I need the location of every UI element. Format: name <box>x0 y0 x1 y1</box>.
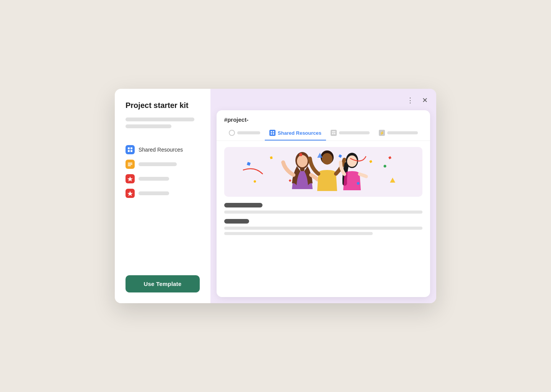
tab-shared-label: Shared Resources <box>278 130 321 136</box>
close-button[interactable]: ✕ <box>419 95 430 106</box>
nav-item-skeleton-2 <box>139 162 177 166</box>
modal-container: Project starter kit Shared Resources <box>115 89 436 303</box>
svg-rect-1 <box>130 147 132 149</box>
svg-rect-2 <box>128 150 130 152</box>
tab-3[interactable] <box>326 126 374 140</box>
nav-items-list: Shared Resources <box>126 145 200 198</box>
svg-rect-19 <box>369 160 372 163</box>
svg-rect-3 <box>130 150 132 152</box>
tab-1-icon <box>229 130 235 136</box>
use-template-button[interactable]: Use Template <box>126 275 200 292</box>
svg-rect-27 <box>388 156 391 159</box>
nav-item-3[interactable] <box>126 174 200 183</box>
svg-rect-12 <box>273 133 274 135</box>
svg-rect-10 <box>273 131 274 133</box>
nav-icon-2 <box>126 160 135 169</box>
more-options-button[interactable]: ⋮ <box>405 95 416 106</box>
tab-3-skeleton <box>339 131 370 134</box>
nav-icon-3 <box>126 174 135 183</box>
tab-3-icon <box>331 130 337 136</box>
svg-rect-15 <box>334 133 336 134</box>
svg-rect-11 <box>271 133 272 135</box>
svg-rect-4 <box>128 163 132 163</box>
svg-rect-0 <box>128 147 130 149</box>
content-skeleton-1-1 <box>224 211 422 214</box>
tab-1[interactable] <box>224 126 265 140</box>
skeleton-line-2 <box>126 124 171 128</box>
close-icon: ✕ <box>422 96 428 105</box>
tab-4-skeleton <box>387 131 418 134</box>
right-panel: ⋮ ✕ #project- <box>210 89 436 303</box>
modal-title: Project starter kit <box>126 101 200 110</box>
shared-resources-label: Shared Resources <box>139 147 183 153</box>
right-panel-actions: ⋮ ✕ <box>405 95 430 106</box>
svg-marker-24 <box>317 153 323 158</box>
content-skeleton-2-1 <box>224 227 422 230</box>
skeleton-line-1 <box>126 118 194 121</box>
channel-name: #project- <box>217 110 430 123</box>
svg-rect-6 <box>128 165 131 166</box>
svg-point-21 <box>383 165 386 168</box>
left-panel: Project starter kit Shared Resources <box>115 89 210 303</box>
nav-item-2[interactable] <box>126 160 200 169</box>
content-skeleton-2-2 <box>224 232 373 235</box>
shared-resources-icon <box>126 145 135 154</box>
celebration-banner <box>224 147 422 197</box>
svg-rect-26 <box>289 179 291 182</box>
content-block-1 <box>224 203 422 214</box>
skeleton-placeholder-group <box>126 118 200 131</box>
nav-item-4[interactable] <box>126 189 200 198</box>
preview-tabs: Shared Resources ⚡ <box>217 126 430 141</box>
svg-point-20 <box>299 153 302 156</box>
svg-rect-17 <box>270 156 272 159</box>
nav-item-skeleton-4 <box>139 191 169 195</box>
more-icon: ⋮ <box>407 96 414 105</box>
svg-rect-13 <box>332 131 336 132</box>
svg-point-23 <box>357 182 359 185</box>
content-block-1-title <box>224 203 262 207</box>
tab-shared-icon <box>269 130 276 136</box>
preview-body <box>217 141 430 247</box>
nav-icon-4 <box>126 189 135 198</box>
svg-point-22 <box>254 180 256 183</box>
svg-rect-9 <box>271 131 272 133</box>
nav-item-shared-resources[interactable]: Shared Resources <box>126 145 200 154</box>
confetti-svg <box>224 147 422 197</box>
svg-marker-7 <box>127 176 133 181</box>
nav-item-skeleton-3 <box>139 177 169 181</box>
tab-4-icon: ⚡ <box>379 130 385 136</box>
svg-rect-5 <box>128 164 132 165</box>
content-block-2 <box>224 219 422 235</box>
svg-rect-18 <box>338 154 342 158</box>
svg-marker-8 <box>127 191 133 196</box>
content-block-2-title <box>224 219 249 224</box>
svg-rect-16 <box>247 162 251 166</box>
svg-rect-14 <box>332 133 334 134</box>
tab-shared-resources[interactable]: Shared Resources <box>265 126 326 140</box>
tab-1-skeleton <box>237 131 260 134</box>
tab-4[interactable]: ⚡ <box>374 126 422 140</box>
preview-card: #project- <box>217 110 430 297</box>
svg-marker-25 <box>390 178 395 183</box>
